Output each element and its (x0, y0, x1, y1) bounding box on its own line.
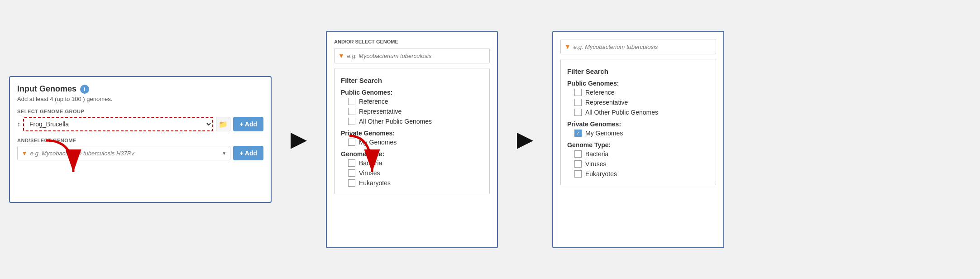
label-viruses-p3: Viruses (585, 160, 606, 168)
arrow-2-container: ► (498, 126, 552, 153)
filter-icon: ▼ (21, 149, 28, 157)
private-genomes-title-p3: Private Genomes: (567, 120, 709, 128)
label-eukaryotes-p3: Eukaryotes (585, 170, 617, 178)
label-bacteria-p3: Bacteria (585, 150, 608, 158)
panel-select-genome-2: ▼ Filter Search Public Genomes: Referenc… (552, 31, 724, 248)
and-select-genome-label: AND/SELECT GENOME (17, 138, 263, 143)
label-reference-p2: Reference (359, 98, 388, 105)
label-allother-p2: All Other Public Genomes (359, 118, 432, 125)
filter-item-representative-p3: Representative (574, 99, 709, 106)
filter-item-representative-p2: Representative (348, 108, 483, 115)
arrow-1-icon: ► (285, 126, 312, 153)
checkbox-representative-p3[interactable] (574, 99, 582, 106)
filter-header-icon: ▼ (338, 52, 344, 59)
label-representative-p3: Representative (585, 99, 628, 106)
label-eukaryotes-p2: Eukaryotes (359, 179, 391, 187)
filter-header-icon-p3: ▼ (564, 43, 571, 50)
sort-icon: ↕ (17, 120, 20, 128)
info-icon[interactable]: i (80, 85, 89, 94)
arrow-2-icon: ► (512, 126, 538, 153)
checkbox-mygenomes-p3[interactable]: ✓ (574, 130, 582, 137)
checkbox-viruses-p2[interactable] (348, 169, 355, 177)
filter-search-title: Filter Search (341, 77, 483, 84)
checkbox-representative-p2[interactable] (348, 108, 355, 115)
checkbox-eukaryotes-p3[interactable] (574, 170, 582, 178)
filter-search-header-p3: ▼ (560, 39, 716, 54)
genome-type-title-p2: Genome Type: (341, 150, 483, 158)
checkbox-reference-p2[interactable] (348, 98, 355, 105)
public-genomes-title-p3: Public Genomes: (567, 80, 709, 87)
checkbox-reference-p3[interactable] (574, 89, 582, 96)
arrow-1-container: ► (272, 126, 326, 153)
panel3-filter-input[interactable] (574, 43, 712, 50)
filter-item-eukaryotes-p3: Eukaryotes (574, 170, 709, 178)
checkbox-allother-p2[interactable] (348, 118, 355, 125)
checkbox-mygenomes-p2[interactable] (348, 139, 355, 146)
checkbox-allother-p3[interactable] (574, 109, 582, 116)
label-bacteria-p2: Bacteria (359, 159, 382, 167)
label-representative-p2: Representative (359, 108, 402, 115)
filter-item-bacteria-p3: Bacteria (574, 150, 709, 158)
checkbox-viruses-p3[interactable] (574, 160, 582, 168)
panel-input-genomes: Input Genomes i Add at least 4 (up to 10… (9, 76, 272, 203)
filter-search-header: ▼ (334, 48, 490, 63)
filter-search-title-p3: Filter Search (567, 67, 709, 75)
panel-subtitle: Add at least 4 (up to 100 ) genomes. (17, 96, 263, 102)
filter-item-mygenomes-p3: ✓ My Genomes (574, 130, 709, 137)
genome-group-select[interactable]: Frog_Brucella (23, 117, 213, 131)
filter-item-reference-p3: Reference (574, 89, 709, 96)
label-reference-p3: Reference (585, 89, 615, 96)
genome-group-row: ↕ Frog_Brucella 📁 + Add (17, 117, 263, 131)
private-genomes-title-p2: Private Genomes: (341, 130, 483, 137)
checkbox-eukaryotes-p2[interactable] (348, 179, 355, 187)
panel2-filter-input[interactable] (347, 53, 486, 59)
panel-select-genome: AND/OR SELECT GENOME ▼ Filter Search Pub… (326, 31, 498, 248)
genome-group-label: SELECT GENOME GROUP (17, 109, 263, 114)
genome-type-title-p3: Genome Type: (567, 141, 709, 149)
filter-item-viruses-p2: Viruses (348, 169, 483, 177)
checkbox-bacteria-p2[interactable] (348, 159, 355, 167)
panel-title-text: Input Genomes (17, 84, 76, 94)
genome-filter-row: ▼ ▼ + Add (17, 146, 263, 160)
label-allother-p3: All Other Public Genomes (585, 109, 658, 116)
checkbox-bacteria-p3[interactable] (574, 150, 582, 158)
red-arrow-1 (37, 136, 91, 192)
main-container: Input Genomes i Add at least 4 (up to 10… (9, 31, 971, 248)
label-mygenomes-p2: My Genomes (359, 139, 397, 146)
panel-title: Input Genomes i (17, 84, 263, 94)
filter-item-allother-p3: All Other Public Genomes (574, 109, 709, 116)
folder-button[interactable]: 📁 (216, 117, 230, 131)
filter-item-reference-p2: Reference (348, 98, 483, 105)
filter-item-allother-p2: All Other Public Genomes (348, 118, 483, 125)
label-mygenomes-p3: My Genomes (585, 130, 623, 137)
dropdown-arrow-icon: ▼ (222, 151, 226, 156)
filter-item-eukaryotes-p2: Eukaryotes (348, 179, 483, 187)
and-or-label: AND/OR SELECT GENOME (334, 39, 490, 44)
add-genome-button[interactable]: + Add (233, 146, 263, 160)
filter-item-mygenomes-p2: My Genomes (348, 139, 483, 146)
filter-item-bacteria-p2: Bacteria (348, 159, 483, 167)
public-genomes-title: Public Genomes: (341, 89, 483, 96)
label-viruses-p2: Viruses (359, 169, 380, 177)
filter-item-viruses-p3: Viruses (574, 160, 709, 168)
add-genome-group-button[interactable]: + Add (233, 117, 263, 131)
filter-input-wrapper: ▼ ▼ (17, 146, 230, 160)
genome-filter-input[interactable] (30, 150, 219, 157)
